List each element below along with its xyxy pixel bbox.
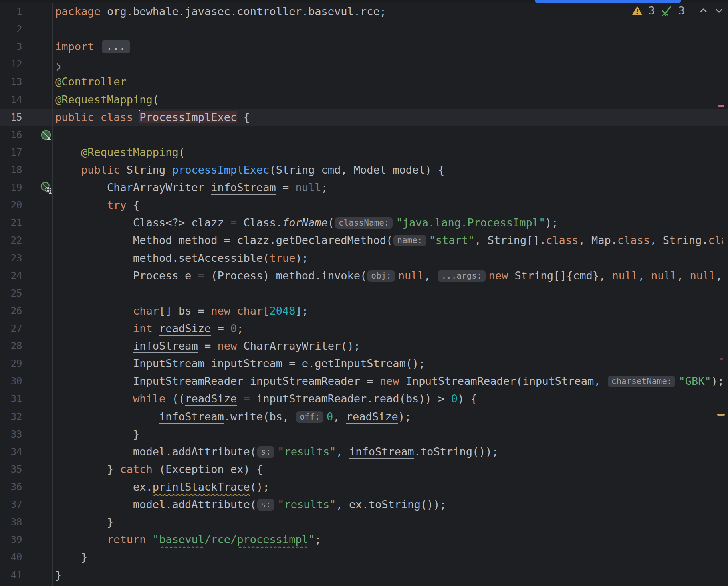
gutter-cell[interactable]: 21 [0,214,52,232]
line-number[interactable]: 31 [0,390,22,408]
line-number[interactable]: 25 [0,285,22,302]
line-number[interactable]: 17 [0,144,22,161]
line-number[interactable]: 34 [0,443,22,461]
code-line[interactable]: 27 int readSize = 0; [0,320,728,337]
gutter-cell[interactable]: 1 [0,3,52,20]
inlay-hint[interactable]: name: [393,235,426,246]
code-line[interactable]: 28 infoStream = new CharArrayWriter(); [0,337,728,355]
inlay-hint[interactable]: className: [335,217,393,229]
code-line[interactable]: 3 import ... [0,38,728,55]
gutter-cell[interactable]: 14 [0,91,52,109]
gutter-cell[interactable]: 2 [0,20,52,38]
code-line[interactable]: 2 [0,20,728,38]
gutter-cell[interactable]: 15 [0,109,52,126]
code-line[interactable]: 16 [0,126,728,144]
line-number[interactable]: 37 [0,496,22,513]
gutter-cell[interactable]: 25 [0,285,52,302]
inlay-hint[interactable]: charsetName: [608,376,676,387]
gutter-cell[interactable]: 33 [0,426,52,443]
code-line[interactable]: 32 infoStream.write(bs, off:0, readSize)… [0,408,728,426]
code-line[interactable]: 33 } [0,426,728,443]
gutter-cell[interactable]: 34 [0,443,52,461]
chevron-down-icon[interactable] [714,6,724,16]
code-line[interactable]: 31 while ((readSize = inputStreamReader.… [0,390,728,408]
gutter-cell[interactable]: 32 [0,408,52,426]
gutter-cell[interactable]: 20 [0,196,52,214]
gutter-cell[interactable]: 17 [0,144,52,161]
code-line[interactable]: 14@RequestMapping( "/home/rce") [0,91,728,109]
inspections-widget[interactable]: 3 3 [632,4,724,17]
line-number[interactable]: 20 [0,196,22,214]
code-line[interactable]: 34 model.addAttribute(s:"results", infoS… [0,443,728,461]
gutter-cell[interactable]: 22 [0,232,52,249]
code-editor[interactable]: 1package org.bewhale.javasec.controller.… [0,3,728,586]
line-number[interactable]: 1 [0,3,22,20]
line-number[interactable]: 21 [0,214,22,232]
line-number[interactable]: 27 [0,320,22,337]
line-number[interactable]: 26 [0,302,22,320]
code-line[interactable]: 25 [0,285,728,302]
line-number[interactable]: 35 [0,461,22,478]
code-line[interactable]: 18 public String processImplExec(String … [0,161,728,179]
line-number[interactable]: 14 [0,91,22,109]
gutter-cell[interactable]: 13 [0,73,52,91]
gutter-cell[interactable]: 12 [0,55,52,73]
line-number[interactable]: 28 [0,337,22,355]
inspections-ok-icon[interactable] [661,4,673,17]
line-number[interactable]: 23 [0,249,22,267]
code-line[interactable]: 36 ex.printStackTrace(); [0,478,728,496]
code-line[interactable]: 38 } [0,513,728,531]
gutter-cell[interactable]: 26 [0,302,52,320]
line-number[interactable]: 12 [0,55,22,73]
code-line[interactable]: 24 Process e = (Process) method.invoke(o… [0,267,728,285]
gutter-cell[interactable]: 35 [0,461,52,478]
code-line[interactable]: 13@Controller [0,73,728,91]
usage-mark[interactable] [718,105,724,107]
gutter-cell[interactable]: 28 [0,337,52,355]
inlay-hint[interactable]: s: [257,446,274,458]
line-number[interactable]: 38 [0,513,22,531]
line-number[interactable]: 36 [0,478,22,496]
code-line[interactable]: 19 CharArrayWriter infoStream = null; [0,179,728,196]
gutter-cell[interactable]: 27 [0,320,52,337]
code-line[interactable]: 37 model.addAttribute(s:"results", ex.to… [0,496,728,513]
line-number[interactable]: 29 [0,355,22,372]
gutter-cell[interactable]: 38 [0,513,52,531]
gutter-cell[interactable]: 40 [0,548,52,566]
code-line[interactable]: 29 InputStream inputStream = e.getInputS… [0,355,728,372]
gutter-cell[interactable]: 23 [0,249,52,267]
gutter-cell[interactable]: 36 [0,478,52,496]
inlay-hint[interactable]: obj: [367,270,395,282]
warnings-count[interactable]: 3 [648,4,655,17]
gutter-cell[interactable]: 19 [0,179,52,196]
gutter-cell[interactable]: 24 [0,267,52,285]
code-line[interactable]: 17 @RequestMapping( "/processimpl") [0,144,728,161]
inlay-hint[interactable]: off: [296,411,323,423]
gutter-cell[interactable]: 16 [0,126,52,144]
code-line[interactable]: 1package org.bewhale.javasec.controller.… [0,3,728,20]
line-number[interactable]: 24 [0,267,22,285]
gutter-cell[interactable]: 41 [0,566,52,584]
line-number[interactable]: 32 [0,408,22,426]
gutter-cell[interactable]: 30 [0,372,52,390]
line-number[interactable]: 30 [0,372,22,390]
code-line[interactable]: 22 Method method = clazz.getDeclaredMeth… [0,232,728,249]
code-line[interactable]: 23 method.setAccessible(true); [0,249,728,267]
line-number[interactable]: 22 [0,232,22,249]
code-line[interactable]: 40 } [0,548,728,566]
usage-mark[interactable] [720,358,723,360]
gutter-cell[interactable]: 18 [0,161,52,179]
line-number[interactable]: 39 [0,531,22,548]
gutter-cell[interactable]: 29 [0,355,52,372]
warning-icon[interactable] [632,5,643,16]
line-number[interactable]: 16 [0,126,22,144]
gutter-cell[interactable]: 31 [0,390,52,408]
line-number[interactable]: 13 [0,73,22,91]
line-number[interactable]: 33 [0,426,22,443]
code-line[interactable]: 21 Class<?> clazz = Class.forName(classN… [0,214,728,232]
code-line[interactable]: 15 public class ProcessImplExec { [0,109,728,126]
line-number[interactable]: 3 [0,38,22,55]
line-number[interactable]: 41 [0,566,22,584]
code-line[interactable]: 26 char[] bs = new char[2048]; [0,302,728,320]
code-line[interactable]: 30 InputStreamReader inputStreamReader =… [0,372,728,390]
